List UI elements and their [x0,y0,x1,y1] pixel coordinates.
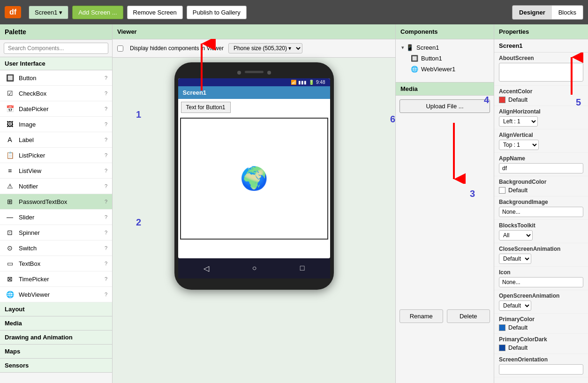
palette-item-timepicker[interactable]: ⊠ TimePicker ? [0,271,112,287]
display-hidden-checkbox[interactable] [117,45,123,52]
layout-section[interactable]: Layout [0,302,112,316]
color-swatch-primarycolordark[interactable] [499,345,505,351]
components-header: Components [396,24,494,39]
prop-select-alignvertical[interactable]: Top : 1Center : 2Bottom : 3 [499,140,539,150]
prop-select-closescreenanimation[interactable]: DefaultFadeZoom [499,254,531,264]
phone-top [178,69,330,78]
delete-button[interactable]: Delete [447,309,490,323]
palette-item-label[interactable]: A Label ? [0,132,112,148]
screen-icon: 📱 [406,44,414,51]
palette-help-image[interactable]: ? [105,121,107,127]
prop-input-backgroundimage[interactable] [499,207,583,217]
prop-label-screenorientation: ScreenOrientation [499,356,583,363]
recent-button[interactable]: □ [294,262,310,275]
prop-input-icon[interactable] [499,277,583,287]
prop-select-alignhorizontal[interactable]: Left : 1Right : 2Center : 3 [499,116,538,127]
blocks-button[interactable]: Blocks [552,6,583,19]
color-swatch-backgroundcolor[interactable] [499,187,505,194]
palette-icon-label: A [5,135,15,145]
screen-button1[interactable]: Text for Button1 [181,102,231,113]
palette-item-textbox[interactable]: ▭ TextBox ? [0,256,112,271]
palette-panel: Palette User Interface 🔲 Button ? ☑ Chec… [0,24,113,383]
palette-help-timepicker[interactable]: ? [105,276,107,282]
prop-input-screenorientation[interactable] [499,364,583,375]
prop-select-blockstoolkit[interactable]: AllMinimal [499,230,533,240]
palette-help-label[interactable]: ? [105,137,107,143]
palette-item-image[interactable]: 🖼 Image ? [0,117,112,132]
color-swatch-primarycolor[interactable] [499,324,505,331]
palette-item-passwordtextbox[interactable]: ⊞ PasswordTextBox ? [0,194,112,210]
palette-help-button[interactable]: ? [105,75,107,81]
webviewer1-label: WebViewer1 [421,66,455,73]
palette-help-listpicker[interactable]: ? [105,152,107,158]
palette-label-switch: Switch [19,245,103,252]
palette-help-webviewer[interactable]: ? [105,292,107,297]
palette-help-checkbox[interactable]: ? [105,90,107,96]
screen-title-bar: Screen1 [178,86,330,99]
palette-label-checkbox: CheckBox [19,90,103,97]
color-swatch-accentcolor[interactable] [499,97,505,103]
prop-select-openscreenanimation[interactable]: DefaultFadeZoom [499,300,531,311]
palette-item-slider[interactable]: — Slider ? [0,210,112,225]
palette-help-passwordtextbox[interactable]: ? [105,199,107,204]
palette-item-notifier[interactable]: ⚠ Notifier ? [0,179,112,194]
webviewer1-tree-item[interactable]: 🌐 WebViewer1 [408,64,491,75]
prop-input-appname[interactable] [499,163,583,173]
screen1-dropdown[interactable]: Screen1 ▾ [29,6,68,19]
viewer-header: Viewer [113,24,395,39]
phone-nav: ◁ ○ □ [178,258,330,278]
wifi-icon: 📶 [291,80,296,85]
phone-size-select[interactable]: Phone size (505,320) ▾ [228,43,302,53]
palette-item-listpicker[interactable]: 📋 ListPicker ? [0,148,112,163]
prop-color-backgroundcolor: Default [499,187,583,194]
palette-help-notifier[interactable]: ? [105,183,107,189]
palette-item-button[interactable]: 🔲 Button ? [0,70,112,86]
add-screen-button[interactable]: Add Screen ... [72,6,123,19]
earth-icon: 🌍 [240,165,268,192]
palette-help-slider[interactable]: ? [105,214,107,220]
palette-help-textbox[interactable]: ? [105,261,107,266]
palette-icon-spinner: ⊡ [5,227,15,238]
palette-help-listview[interactable]: ? [105,168,107,173]
main-area: Palette User Interface 🔲 Button ? ☑ Chec… [0,24,588,383]
palette-item-spinner[interactable]: ⊡ Spinner ? [0,225,112,240]
palette-item-listview[interactable]: ≡ ListView ? [0,163,112,179]
home-button[interactable]: ○ [247,262,263,275]
phone-camera-r [267,71,271,75]
screen1-tree-item[interactable]: ▾ 📱 Screen1 [399,42,491,53]
media-section-palette[interactable]: Media [0,316,112,330]
prop-color-primarycolordark: Default [499,344,583,351]
button1-tree-item[interactable]: 🔲 Button1 [408,53,491,64]
designer-button[interactable]: Designer [513,6,552,19]
palette-icon-webviewer: 🌐 [5,289,15,300]
palette-help-datepicker[interactable]: ? [105,106,107,112]
palette-item-datepicker[interactable]: 📅 DatePicker ? [0,101,112,117]
rename-button[interactable]: Rename [400,309,443,323]
properties-screen-label: Screen1 [494,39,588,53]
palette-item-switch[interactable]: ⊙ Switch ? [0,240,112,256]
publish-gallery-button[interactable]: Publish to Gallery [187,6,247,19]
palette-label-label: Label [19,136,103,143]
back-button[interactable]: ◁ [198,262,215,275]
phone-bottom [178,278,330,283]
button-icon: 🔲 [411,55,418,62]
remove-screen-button[interactable]: Remove Screen [127,6,183,19]
upload-file-button[interactable]: Upload File ... [400,99,490,113]
palette-label-webviewer: WebViewer [19,291,103,298]
color-text-accentcolor: Default [508,96,528,103]
palette-item-checkbox[interactable]: ☑ CheckBox ? [0,86,112,101]
palette-icon-checkbox: ☑ [5,88,15,98]
palette-label-listpicker: ListPicker [19,152,103,159]
drawing-animation-section[interactable]: Drawing and Animation [0,330,112,345]
prop-backgroundimage: BackgroundImage [494,196,588,220]
maps-section[interactable]: Maps [0,345,112,359]
phone-speaker [245,71,264,73]
prop-dropdown-openscreenanimation: DefaultFadeZoom [499,300,583,311]
palette-help-spinner[interactable]: ? [105,230,107,235]
palette-help-switch[interactable]: ? [105,245,107,251]
palette-item-webviewer[interactable]: 🌐 WebViewer ? [0,287,112,302]
palette-icon-switch: ⊙ [5,243,15,253]
sensors-section[interactable]: Sensors [0,359,112,373]
prop-blockstoolkit: BlocksToolkit AllMinimal [494,220,588,243]
search-input[interactable] [4,43,108,54]
